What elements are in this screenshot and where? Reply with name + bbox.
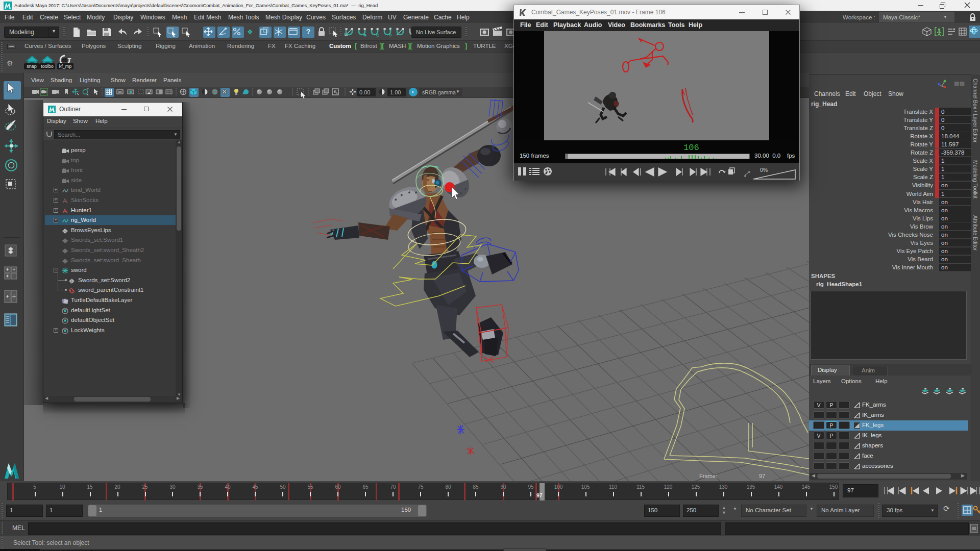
svg-text:97: 97	[759, 473, 765, 479]
svg-text:Frame:: Frame:	[699, 473, 717, 479]
